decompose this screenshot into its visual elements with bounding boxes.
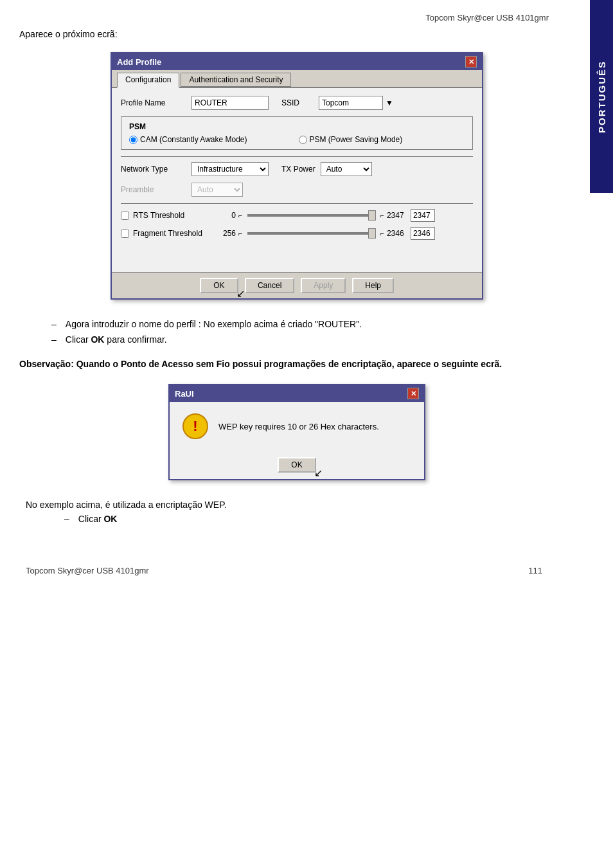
psm-label: PSM (Power Saving Mode) [310,135,403,144]
fragment-left-tick: ⌐ [238,230,242,237]
tab-auth-security[interactable]: Authentication and Security [181,73,291,87]
fragment-label: Fragment Threshold [133,229,217,238]
bullet-text-1: Agora introduzir o nome do perfil : No e… [66,319,362,329]
psm-radio-group: CAM (Constantly Awake Mode) PSM (Power S… [129,135,465,144]
psm-radio-item[interactable]: PSM (Power Saving Mode) [299,135,403,144]
network-type-label: Network Type [121,165,191,174]
profile-name-row: Profile Name SSID ▼ [121,96,473,110]
fragment-checkbox[interactable] [121,230,129,238]
sidebar-label: PORTUGUÊS [590,0,613,193]
bottom-text-1: No exemplo acima, é utilizada a encripta… [26,500,568,510]
dialog-footer: OK ↙ Cancel Apply Help [112,272,482,298]
raui-ok-wrapper: OK ↙ [278,457,316,473]
ssid-input[interactable] [319,96,383,110]
fragment-slider[interactable] [247,232,376,235]
bottom-section: No exemplo acima, é utilizada a encripta… [13,500,581,524]
add-profile-dialog-wrapper: Add Profile ✕ Configuration Authenticati… [13,52,581,300]
help-button[interactable]: Help [352,278,394,293]
add-profile-dialog: Add Profile ✕ Configuration Authenticati… [111,52,483,300]
tab-configuration[interactable]: Configuration [117,73,179,88]
psm-group: PSM CAM (Constantly Awake Mode) PSM (Pow… [121,116,473,150]
bullet-dash-2: – [51,334,57,345]
psm-group-title: PSM [129,122,465,131]
cam-radio[interactable] [129,136,138,144]
raui-message: WEP key requires 10 or 26 Hex characters… [218,422,379,431]
top-header: Topcom Skyr@cer USB 4101gmr [13,13,581,23]
dialog-title: Add Profile [117,57,161,67]
bullet-list: – Agora introduzir o nome do perfil : No… [51,319,581,345]
warning-icon: ! [182,413,208,439]
raui-body: ! WEP key requires 10 or 26 Hex characte… [170,402,424,451]
preamble-row: Preamble Auto [121,183,473,197]
raui-ok-button[interactable]: OK [278,457,316,473]
raui-dialog: RaUI ✕ ! WEP key requires 10 or 26 Hex c… [168,384,425,480]
fragment-max-value: 2346 [387,229,409,238]
raui-titlebar: RaUI ✕ [170,385,424,402]
raui-dialog-wrapper: RaUI ✕ ! WEP key requires 10 or 26 Hex c… [13,384,581,480]
rts-left-tick: ⌐ [238,212,242,219]
divider-2 [121,203,473,204]
footer-right: 111 [528,566,542,575]
dialog-titlebar: Add Profile ✕ [112,53,482,70]
rts-right-tick: ⌐ [380,212,384,219]
cancel-button[interactable]: Cancel [245,278,294,293]
profile-name-input[interactable] [191,96,269,110]
bottom-sub: – Clicar OK [64,514,568,524]
bullet-item-1: – Agora introduzir o nome do perfil : No… [51,319,581,329]
apply-button[interactable]: Apply [301,278,346,293]
ok-btn-wrapper: OK ↙ [200,278,238,293]
rts-min-value: 0 [217,211,236,220]
profile-name-label: Profile Name [121,98,191,107]
bullet-item-2: – Clicar OK para confirmar. [51,334,581,345]
preamble-select: Auto [191,183,243,197]
preamble-label: Preamble [121,185,191,194]
bottom-dash: – [64,514,69,524]
rts-label: RTS Threshold [133,211,217,220]
bottom-text-2: Clicar OK [78,514,118,524]
fragment-threshold-row: Fragment Threshold 256 ⌐ ⌐ 2346 [121,227,473,240]
bullet-text-2: Clicar OK para confirmar. [66,334,167,345]
ssid-label: SSID [281,98,314,107]
divider-1 [121,156,473,157]
footer-left: Topcom Skyr@cer USB 4101gmr [26,566,149,575]
intro-text: Aparece o próximo ecrã: [13,29,581,39]
network-type-select[interactable]: Infrastructure Ad-Hoc [191,162,269,176]
tx-power-select[interactable]: Auto [321,162,372,176]
rts-max-value: 2347 [387,211,409,220]
network-type-row: Network Type Infrastructure Ad-Hoc TX Po… [121,162,473,176]
fragment-input[interactable] [411,227,435,240]
psm-radio[interactable] [299,136,307,144]
dialog-body: Profile Name SSID ▼ PSM CAM (Constantly … [112,88,482,272]
fragment-right-tick: ⌐ [380,230,384,237]
dialog-tabs: Configuration Authentication and Securit… [112,70,482,88]
tx-power-label: TX Power [281,165,315,174]
raui-ok-cursor: ↙ [314,467,323,479]
ok-cursor-arrow: ↙ [236,287,245,300]
cam-radio-item[interactable]: CAM (Constantly Awake Mode) [129,135,247,144]
rts-threshold-row: RTS Threshold 0 ⌐ ⌐ 2347 [121,209,473,222]
bullet-dash-1: – [51,319,57,329]
rts-input[interactable] [411,209,435,222]
ok-button[interactable]: OK [200,278,238,293]
raui-footer: OK ↙ [170,451,424,479]
rts-checkbox[interactable] [121,212,129,220]
rts-slider[interactable] [247,214,376,217]
cam-label: CAM (Constantly Awake Mode) [140,135,247,144]
note-text: Observação: Quando o Ponto de Acesso sem… [19,357,574,371]
raui-title: RaUI [175,389,194,399]
close-button[interactable]: ✕ [465,56,477,68]
fragment-min-value: 256 [217,229,236,238]
raui-close-button[interactable]: ✕ [407,388,419,399]
